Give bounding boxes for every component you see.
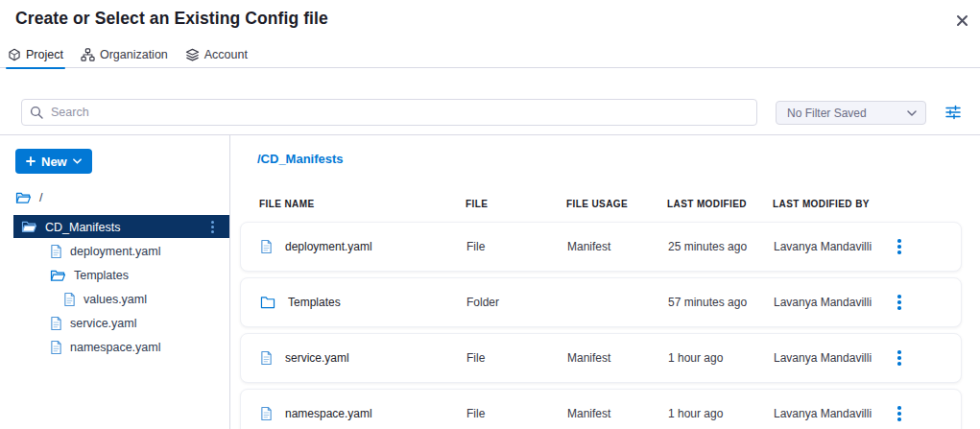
close-icon[interactable]	[953, 12, 970, 29]
table-header: FILE NAMEFILEFILE USAGELAST MODIFIEDLAST…	[240, 199, 962, 209]
last-modified-by: Lavanya Mandavilli	[774, 351, 894, 365]
file-name: Templates	[288, 296, 341, 309]
folder-open-icon	[21, 220, 37, 233]
account-layers-icon	[185, 48, 200, 61]
last-modified: 25 minutes ago	[668, 240, 774, 253]
file-type: File	[466, 240, 567, 253]
tree-item-service-yaml[interactable]: service.yaml	[50, 311, 136, 335]
file-icon	[50, 340, 62, 355]
file-usage: Manifest	[567, 240, 668, 253]
table-row[interactable]: service.yaml File Manifest 1 hour ago La…	[240, 333, 962, 383]
tree-item-label: values.yaml	[84, 292, 147, 306]
file-name: namespace.yaml	[285, 407, 372, 420]
file-type: Folder	[466, 296, 567, 309]
row-menu-icon[interactable]	[894, 402, 905, 425]
tree-item-label: Templates	[74, 268, 129, 282]
file-usage: Manifest	[567, 407, 668, 420]
folder-icon	[260, 296, 275, 309]
file-icon	[260, 350, 273, 366]
column-header: LAST MODIFIED	[667, 199, 773, 209]
last-modified-by: Lavanya Mandavilli	[774, 296, 894, 309]
tree-item-namespace-yaml[interactable]: namespace.yaml	[50, 335, 161, 359]
tab-account[interactable]: Account	[185, 42, 248, 68]
search-input[interactable]	[21, 99, 757, 126]
config-file-modal: Create or Select an Existing Config file…	[0, 0, 980, 429]
file-icon	[260, 406, 273, 421]
chevron-down-icon	[73, 158, 82, 164]
tab-label: Account	[204, 48, 248, 61]
breadcrumb[interactable]: /CD_Manifests	[257, 152, 344, 166]
file-icon	[50, 316, 62, 331]
file-icon	[63, 292, 76, 307]
file-icon	[260, 239, 273, 254]
file-type: File	[466, 351, 567, 365]
tree-item-templates[interactable]: Templates	[50, 263, 129, 287]
column-header: LAST MODIFIED BY	[773, 199, 893, 209]
tab-organization[interactable]: Organization	[81, 42, 168, 68]
new-button-label: New	[41, 155, 67, 169]
filter-sliders-icon[interactable]	[944, 104, 963, 123]
file-browser-panel: /CD_Manifests FILE NAMEFILEFILE USAGELAS…	[230, 135, 980, 429]
sidebar: New /CD_Manifestsdeployment.yamlTemplate…	[0, 135, 230, 429]
new-button[interactable]: New	[15, 149, 92, 174]
tree-item-label: /	[39, 190, 42, 204]
last-modified: 57 minutes ago	[668, 296, 774, 309]
row-menu-icon[interactable]	[894, 346, 905, 369]
plus-icon	[26, 156, 36, 166]
org-hierarchy-icon	[81, 48, 95, 61]
file-type: File	[466, 407, 567, 420]
tree-item-values-yaml[interactable]: values.yaml	[63, 287, 147, 311]
last-modified: 1 hour ago	[668, 407, 774, 420]
column-header: FILE	[466, 199, 566, 209]
project-cube-icon	[8, 48, 21, 61]
tree-item-label: deployment.yaml	[70, 244, 161, 258]
file-table: deployment.yaml File Manifest 25 minutes…	[240, 222, 962, 429]
file-icon	[50, 244, 62, 259]
filter-dropdown[interactable]: No Filter Saved	[776, 101, 926, 125]
search-icon	[30, 106, 43, 119]
last-modified: 1 hour ago	[668, 351, 774, 365]
row-menu-icon[interactable]	[894, 235, 905, 258]
search-input-wrapper	[21, 99, 757, 126]
filter-dropdown-value: No Filter Saved	[787, 107, 867, 120]
table-row[interactable]: Templates Folder 57 minutes ago Lavanya …	[240, 277, 962, 327]
page-title: Create or Select an Existing Config file	[15, 9, 328, 29]
last-modified-by: Lavanya Mandavilli	[774, 407, 894, 420]
tree-item-[interactable]: /	[15, 185, 42, 209]
tree-item-cd-manifests[interactable]: CD_Manifests	[13, 215, 229, 238]
folder-open-icon	[50, 269, 66, 282]
tree-item-label: CD_Manifests	[45, 220, 202, 234]
table-row[interactable]: namespace.yaml File Manifest 1 hour ago …	[240, 389, 962, 429]
tab-bar: ProjectOrganizationAccount	[0, 42, 980, 68]
column-header: FILE USAGE	[566, 199, 667, 209]
file-name: service.yaml	[285, 351, 349, 365]
tab-project[interactable]: Project	[8, 42, 63, 68]
column-header: FILE NAME	[259, 199, 466, 209]
tab-label: Organization	[100, 48, 168, 61]
tree-item-label: namespace.yaml	[70, 340, 161, 354]
chevron-down-icon	[907, 110, 917, 116]
row-menu-icon[interactable]	[894, 291, 905, 314]
tree-item-deployment-yaml[interactable]: deployment.yaml	[50, 239, 161, 263]
tree-item-menu-icon[interactable]	[209, 219, 216, 235]
tree-item-label: service.yaml	[70, 316, 136, 330]
table-row[interactable]: deployment.yaml File Manifest 25 minutes…	[240, 222, 962, 272]
file-usage: Manifest	[567, 351, 668, 365]
file-name: deployment.yaml	[285, 240, 372, 253]
folder-open-icon	[15, 191, 32, 204]
last-modified-by: Lavanya Mandavilli	[774, 240, 894, 253]
tab-label: Project	[26, 48, 63, 61]
